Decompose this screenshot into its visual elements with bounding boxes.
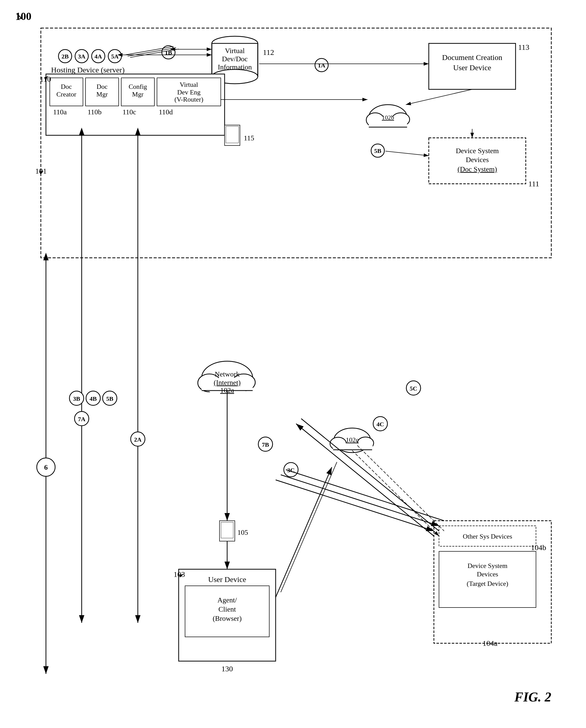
svg-rect-3 [41,28,551,258]
svg-text:Other Sys Devices: Other Sys Devices [463,533,512,540]
svg-rect-38 [429,138,526,184]
svg-text:Doc: Doc [61,83,72,90]
figure-label: FIG. 2 [514,690,551,704]
svg-rect-130 [434,521,551,643]
svg-text:1A: 1A [318,62,325,69]
svg-text:Mgr: Mgr [132,90,144,98]
svg-point-88 [75,412,89,426]
svg-text:111: 111 [528,179,539,188]
svg-text:5C: 5C [410,385,417,392]
svg-line-144 [276,467,332,597]
svg-line-69 [128,48,176,56]
svg-rect-102 [219,521,235,541]
svg-rect-13 [429,44,515,89]
svg-text:113: 113 [518,43,529,51]
svg-point-50 [91,50,105,63]
svg-point-96 [207,377,247,396]
svg-point-61 [366,113,384,127]
svg-rect-17 [46,74,224,135]
svg-point-124 [284,463,298,477]
svg-text:1B: 1B [165,49,172,56]
svg-text:(Internet): (Internet) [214,379,241,387]
svg-text:Creator: Creator [56,90,76,98]
svg-text:7A: 7A [78,416,85,422]
svg-point-79 [37,458,55,476]
svg-point-122 [258,437,273,451]
svg-text:110c: 110c [123,108,136,116]
svg-text:104b: 104b [531,543,546,552]
svg-text:130: 130 [221,665,233,673]
svg-text:3C: 3C [287,467,295,473]
svg-text:112: 112 [263,48,274,56]
svg-text:Device System: Device System [468,562,508,570]
svg-line-68 [125,47,174,55]
svg-point-63 [373,116,403,131]
svg-text:Devices: Devices [466,156,489,164]
svg-line-147 [357,445,444,531]
svg-rect-19 [50,78,83,106]
svg-text:(Target Device): (Target Device) [467,580,508,587]
svg-rect-44 [226,126,239,143]
svg-point-62 [392,113,410,126]
svg-rect-109 [185,586,269,637]
diagram-container: 100 ↘ Virtual Dev/Doc Information 112 [15,10,572,715]
svg-text:4C: 4C [376,421,384,427]
svg-line-70 [130,49,179,57]
svg-point-128 [406,381,421,395]
svg-text:Mgr: Mgr [97,90,108,98]
svg-text:Dev/Doc: Dev/Doc [222,55,247,63]
svg-text:102c: 102c [346,436,359,444]
svg-text:110b: 110b [87,108,102,116]
svg-text:5B: 5B [374,148,381,154]
svg-text:Agent/: Agent/ [217,596,237,604]
svg-text:5B: 5B [106,395,113,402]
svg-text:Hosting Device (server): Hosting Device (server) [51,66,125,74]
svg-line-114 [180,574,183,576]
svg-line-37 [45,76,48,79]
svg-text:6: 6 [44,463,48,471]
svg-point-4 [212,36,258,51]
svg-point-52 [108,50,122,63]
svg-text:Document Creation: Document Creation [442,53,502,61]
svg-text:110a: 110a [53,108,67,116]
svg-text:110: 110 [40,75,51,83]
diagram-svg: Virtual Dev/Doc Information 112 Document… [15,10,572,715]
svg-text:101: 101 [35,167,47,175]
svg-text:(Doc System): (Doc System) [458,165,497,173]
svg-text:3B: 3B [73,395,80,402]
svg-rect-119 [333,443,373,450]
svg-text:2B: 2B [61,53,69,60]
svg-point-95 [232,374,255,391]
svg-text:5A: 5A [111,53,119,60]
svg-text:3A: 3A [78,53,85,60]
svg-line-73 [406,89,472,105]
arrow-indicator: ↘ [15,10,24,22]
svg-point-8 [212,70,258,84]
svg-point-60 [369,105,407,130]
svg-line-145 [281,462,337,592]
svg-text:4A: 4A [95,53,102,60]
svg-point-58 [371,144,384,157]
svg-point-84 [86,391,100,405]
svg-text:102b: 102b [382,114,394,121]
svg-text:Devices: Devices [477,571,498,578]
svg-point-116 [334,428,371,452]
svg-point-118 [357,437,374,449]
svg-text:Information: Information [218,63,252,71]
svg-point-46 [58,50,72,63]
svg-line-143 [301,419,439,531]
svg-text:User Device: User Device [453,63,491,72]
svg-rect-97 [202,380,253,391]
svg-text:110d: 110d [159,108,173,116]
svg-point-86 [103,391,117,405]
svg-point-117 [330,437,346,450]
svg-line-146 [352,450,439,536]
svg-rect-28 [157,78,221,106]
svg-text:Config: Config [129,83,147,90]
svg-rect-25 [121,78,154,106]
svg-point-126 [373,417,388,431]
svg-text:Network: Network [215,370,240,378]
svg-point-54 [162,46,175,59]
svg-rect-131 [439,526,536,546]
svg-text:Virtual: Virtual [180,81,198,88]
